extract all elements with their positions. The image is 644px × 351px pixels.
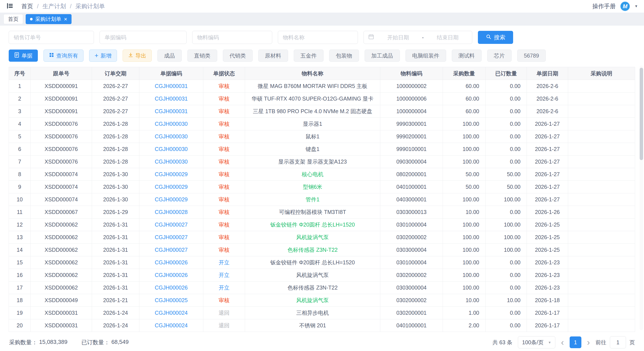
category-filter-button[interactable]: 芯片 (487, 49, 512, 62)
document-button[interactable]: 单据 (9, 49, 38, 62)
add-button[interactable]: + 新增 (89, 49, 117, 62)
doc-code-link[interactable]: CGJH000027 (139, 231, 203, 244)
doc-code-link[interactable]: CGJH000026 (139, 256, 203, 269)
doc-code-link[interactable]: CGJH000031 (139, 80, 203, 92)
table-row[interactable]: 5XSDD0000762026-1-28CGJH000030审核鼠标199902… (9, 130, 635, 143)
query-all-button[interactable]: 查询所有 (44, 49, 84, 62)
prev-page-button[interactable]: ‹ (561, 338, 564, 347)
table-row[interactable]: 13XSDD0000622026-1-31CGJH000027审核风机旋涡气泵0… (9, 231, 635, 244)
doc-code-link[interactable]: CGJH000026 (139, 269, 203, 282)
next-page-button[interactable]: › (587, 338, 590, 347)
column-header: 已订数量 (486, 67, 527, 80)
tab-home[interactable]: 首页 (4, 14, 23, 24)
search-button[interactable]: 搜索 (478, 31, 513, 44)
breadcrumb-item-production-plan[interactable]: 生产计划 (42, 2, 66, 10)
doc-code-link[interactable]: CGJH000029 (139, 193, 203, 206)
table-row[interactable]: 16XSDD0000622026-1-31CGJH000026开立风机旋涡气泵0… (9, 269, 635, 282)
chevron-down-icon[interactable]: ▼ (634, 4, 638, 8)
tab-purchase-plan-label: 采购计划单 (35, 16, 61, 22)
vertical-scrollbar-track[interactable] (640, 66, 643, 330)
page-size-select[interactable]: 100条/页 ▼ (518, 336, 555, 349)
cell-seq: 4 (9, 118, 31, 130)
sales-order-input[interactable] (9, 31, 94, 44)
table-row[interactable]: 1XSDD0000912026-2-27CGJH000031审核微星 MAG B… (9, 80, 635, 92)
category-filter-button[interactable]: 测试料 (452, 49, 482, 62)
table-row[interactable]: 15XSDD0000622026-1-31CGJH000026开立钣金铰链件 Φ… (9, 256, 635, 269)
doc-code-link[interactable]: CGJH000025 (139, 294, 203, 307)
material-name-input[interactable] (278, 31, 358, 44)
cell-note (568, 256, 635, 269)
cell-seq: 13 (9, 231, 31, 244)
category-filter-button[interactable]: 加工成品 (364, 49, 400, 62)
cell-purchase_qty: 100.00 (443, 219, 486, 231)
cell-material_name: 华硕 TUF-RTX 4070 SUPER-O12G-GAMING 显卡 (245, 92, 380, 105)
date-range-picker[interactable]: 开始日期 - 结束日期 (364, 31, 472, 44)
doc-code-link[interactable]: CGJH000027 (139, 244, 203, 256)
doc-code-link[interactable]: CGJH000031 (139, 105, 203, 118)
cell-ordered_qty: 0.00 (486, 319, 527, 332)
cell-due_date: 2026-2-27 (92, 105, 139, 118)
doc-code-link[interactable]: CGJH000030 (139, 156, 203, 168)
cell-doc_date: 2026-1-23 (527, 256, 568, 269)
category-filter-button[interactable]: 56789 (517, 49, 546, 62)
table-row[interactable]: 7XSDD0000762026-1-28CGJH000030审核显示器支架 显示… (9, 156, 635, 168)
table-row[interactable]: 11XSDD0000672026-1-29CGJH000028审核可编程控制器模… (9, 206, 635, 219)
cell-status: 审核 (203, 130, 245, 143)
cell-doc_date: 2026-1-27 (527, 168, 568, 181)
category-filter-button[interactable]: 代销类 (223, 49, 253, 62)
cell-material_code: 0302000002 (380, 269, 443, 282)
table-row[interactable]: 3XSDD0000912026-2-27CGJH000031审核三星 1TB 9… (9, 105, 635, 118)
cell-doc_date: 2026-1-27 (527, 193, 568, 206)
category-filter-button[interactable]: 电脑组装件 (406, 49, 446, 62)
table-row[interactable]: 17XSDD0000622026-1-31CGJH000026开立色标传感器 Z… (9, 282, 635, 294)
category-filter-button[interactable]: 包装物 (329, 49, 359, 62)
cell-seq: 3 (9, 105, 31, 118)
doc-code-link[interactable]: CGJH000026 (139, 282, 203, 294)
table-row[interactable]: 12XSDD0000622026-1-31CGJH000027审核钣金铰链件 Φ… (9, 219, 635, 231)
doc-code-link[interactable]: CGJH000024 (139, 319, 203, 332)
doc-code-link[interactable]: CGJH000029 (139, 181, 203, 193)
doc-code-link[interactable]: CGJH000024 (139, 307, 203, 319)
doc-code-link[interactable]: CGJH000030 (139, 143, 203, 156)
sidebar-toggle-button[interactable] (6, 2, 14, 10)
vertical-scrollbar-thumb[interactable] (640, 68, 643, 160)
category-filter-button[interactable]: 成品 (158, 49, 182, 62)
cell-order_no: XSDD000076 (31, 130, 92, 143)
goto-page-input[interactable] (610, 336, 626, 349)
cell-note (568, 206, 635, 219)
table-row[interactable]: 10XSDD0000742026-1-30CGJH000029审核管件10403… (9, 193, 635, 206)
breadcrumb-item-home[interactable]: 首页 (21, 2, 33, 10)
table-row[interactable]: 6XSDD0000762026-1-28CGJH000030审核键盘199901… (9, 143, 635, 156)
table-row[interactable]: 18XSDD0000492026-1-21CGJH000025审核风机旋涡气泵0… (9, 294, 635, 307)
table-row[interactable]: 4XSDD0000762026-1-28CGJH000030审核显示器19990… (9, 118, 635, 130)
doc-code-input[interactable] (100, 31, 186, 44)
category-filter-button[interactable]: 五金件 (294, 49, 324, 62)
doc-code-link[interactable]: CGJH000030 (139, 118, 203, 130)
cell-seq: 19 (9, 307, 31, 319)
cell-note (568, 130, 635, 143)
export-button[interactable]: 导出 (123, 49, 152, 62)
doc-code-link[interactable]: CGJH000029 (139, 168, 203, 181)
table-row[interactable]: 9XSDD0000742026-1-30CGJH000029审核型钢6米0401… (9, 181, 635, 193)
table-row[interactable]: 19XSDD0000312026-1-24CGJH000024退回三相异步电机0… (9, 307, 635, 319)
category-filter-button[interactable]: 原材料 (258, 49, 288, 62)
cell-doc_date: 2026-1-26 (527, 206, 568, 219)
cell-material_code: 0301000004 (380, 219, 443, 231)
doc-code-link[interactable]: CGJH000031 (139, 92, 203, 105)
category-filter-button[interactable]: 直销类 (188, 49, 217, 62)
cell-material_code: 0302000002 (380, 231, 443, 244)
doc-code-link[interactable]: CGJH000027 (139, 219, 203, 231)
table-row[interactable]: 8XSDD0000742026-1-30CGJH000029审核核心电机0802… (9, 168, 635, 181)
table-row[interactable]: 2XSDD0000912026-2-27CGJH000031审核华硕 TUF-R… (9, 92, 635, 105)
doc-code-link[interactable]: CGJH000028 (139, 206, 203, 219)
cell-note (568, 269, 635, 282)
close-icon[interactable]: × (64, 16, 67, 22)
tab-purchase-plan[interactable]: 采购计划单 × (26, 14, 72, 24)
table-row[interactable]: 20XSDD0000312026-1-24CGJH000024退回不锈钢 201… (9, 319, 635, 332)
material-code-input[interactable] (192, 31, 272, 44)
page-number-button[interactable]: 1 (570, 337, 582, 348)
avatar[interactable]: M (620, 1, 630, 11)
operation-manual-link[interactable]: 操作手册 (592, 2, 616, 10)
table-row[interactable]: 14XSDD0000622026-1-31CGJH000027审核色标传感器 Z… (9, 244, 635, 256)
doc-code-link[interactable]: CGJH000030 (139, 130, 203, 143)
